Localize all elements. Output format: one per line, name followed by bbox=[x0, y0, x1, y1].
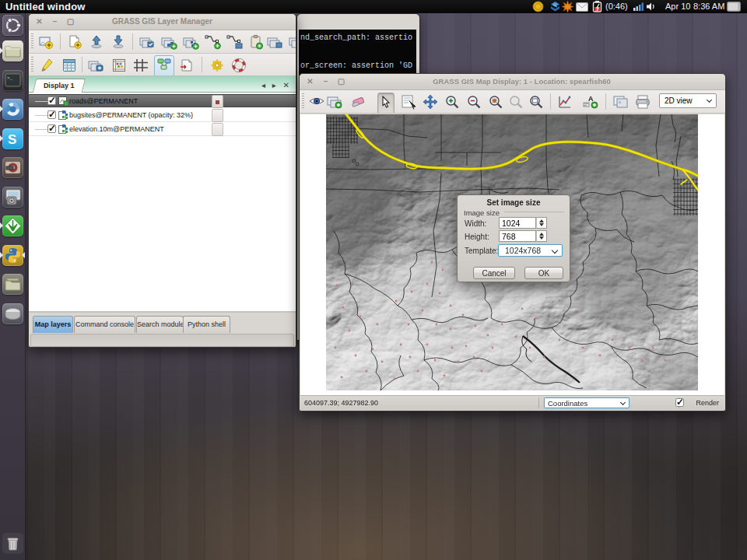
svg-text:S: S bbox=[8, 132, 16, 147]
svg-text:>_: >_ bbox=[7, 75, 13, 81]
svg-text:A: A bbox=[588, 95, 594, 103]
